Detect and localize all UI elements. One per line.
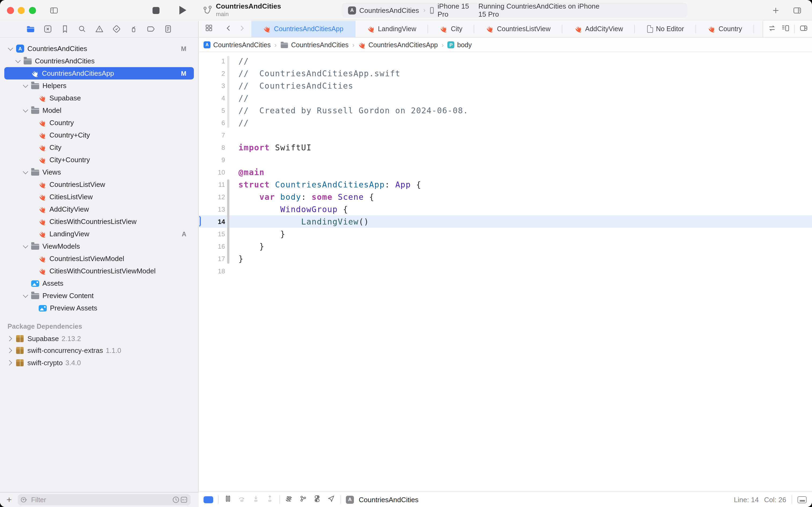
line-number[interactable]: 1	[199, 57, 225, 65]
pause-execution-icon[interactable]	[223, 494, 233, 505]
disclosure-chevron-icon[interactable]	[23, 243, 28, 248]
file-row-model[interactable]: Model	[0, 104, 198, 117]
disclosure-chevron-icon[interactable]	[23, 82, 28, 88]
editor-layout-button[interactable]	[792, 5, 802, 15]
file-row-country[interactable]: Country	[0, 117, 198, 129]
source-control-navigator-icon[interactable]	[43, 24, 53, 34]
find-navigator-icon[interactable]	[77, 24, 87, 34]
console-toggle-icon[interactable]	[204, 496, 213, 503]
file-row-countriesandcities[interactable]: CountriesAndCities	[0, 55, 198, 67]
code-line-8[interactable]: 8import SwiftUI	[199, 141, 812, 154]
go-back-icon[interactable]	[225, 24, 233, 34]
filter-scope-icon[interactable]	[180, 496, 188, 504]
line-number[interactable]: 15	[199, 230, 225, 238]
bottom-bar-icon[interactable]	[798, 496, 807, 503]
line-number[interactable]: 2	[199, 69, 225, 77]
tab-countrieslistview[interactable]: CountriesListView	[474, 21, 562, 37]
file-row-country-city[interactable]: Country+City	[0, 129, 198, 141]
package-row-swift-concurrency-extras[interactable]: swift-concurrency-extras1.1.0	[0, 344, 198, 357]
step-over-icon[interactable]	[237, 494, 246, 505]
disclosure-chevron-icon[interactable]	[7, 360, 12, 365]
file-row-landingview[interactable]: LandingViewA	[0, 228, 198, 240]
code-line-18[interactable]: 18	[199, 265, 812, 277]
code-line-9[interactable]: 9	[199, 154, 812, 166]
file-row-citieswithcountrieslistviewmodel[interactable]: CitiesWithCountriesListViewModel	[0, 265, 198, 277]
tab-addcityview[interactable]: AddCityView	[563, 21, 635, 37]
step-into-icon[interactable]	[251, 494, 260, 505]
disclosure-chevron-icon[interactable]	[23, 292, 28, 297]
debug-navigator-icon[interactable]	[128, 24, 138, 34]
line-number[interactable]: 3	[199, 82, 225, 90]
file-row-preview-assets[interactable]: Preview Assets	[0, 302, 198, 314]
step-out-icon[interactable]	[265, 494, 275, 505]
code-line-13[interactable]: 13 WindowGroup {	[199, 203, 812, 215]
library-add-button[interactable]	[770, 5, 781, 15]
line-number[interactable]: 5	[199, 107, 225, 114]
code-line-5[interactable]: 5// Created by Russell Gordon on 2024-06…	[199, 104, 812, 117]
code-line-4[interactable]: 4//	[199, 92, 812, 104]
tab-landingview[interactable]: LandingView	[355, 21, 428, 37]
memory-graph-icon[interactable]	[299, 494, 308, 505]
line-number[interactable]: 6	[199, 119, 225, 126]
code-line-7[interactable]: 7	[199, 129, 812, 141]
disclosure-chevron-icon[interactable]	[23, 169, 28, 174]
breakpoints-navigator-icon[interactable]	[146, 24, 156, 34]
issues-navigator-icon[interactable]	[94, 24, 104, 34]
project-navigator-icon[interactable]	[25, 24, 36, 34]
running-app-name[interactable]: CountriesAndCities	[359, 496, 419, 504]
disclosure-chevron-icon[interactable]	[23, 107, 28, 112]
editor-options-icon[interactable]	[780, 23, 790, 35]
code-line-1[interactable]: 1//	[199, 55, 812, 67]
jumpbar-item[interactable]: CountriesAndCities	[291, 41, 349, 49]
code-line-12[interactable]: 12 var body: some Scene {	[199, 191, 812, 203]
bookmarks-navigator-icon[interactable]	[60, 24, 70, 34]
file-row-addcityview[interactable]: AddCityView	[0, 203, 198, 215]
line-number[interactable]: 9	[199, 156, 225, 164]
file-row-city[interactable]: City	[0, 141, 198, 154]
run-destination[interactable]: iPhone 15 Pro	[438, 2, 475, 18]
scheme-and-status-pill[interactable]: A CountriesAndCities › iPhone 15 Pro Run…	[342, 3, 687, 18]
jumpbar-item[interactable]: CountriesAndCitiesApp	[368, 41, 438, 49]
file-row-viewmodels[interactable]: ViewModels	[0, 240, 198, 252]
stop-button[interactable]	[153, 7, 160, 14]
tab-city[interactable]: City	[428, 21, 474, 37]
file-row-supabase[interactable]: Supabase	[0, 92, 198, 104]
run-button[interactable]	[179, 6, 186, 14]
file-row-preview-content[interactable]: Preview Content	[0, 289, 198, 302]
line-number[interactable]: 16	[199, 242, 225, 250]
line-number[interactable]: 17	[199, 255, 225, 262]
simulate-location-icon[interactable]	[327, 494, 336, 505]
line-number[interactable]: 8	[199, 144, 225, 151]
environment-overrides-icon[interactable]	[312, 494, 322, 505]
toggle-navigator-icon[interactable]	[48, 5, 59, 15]
reports-navigator-icon[interactable]	[163, 24, 173, 34]
code-line-3[interactable]: 3// CountriesAndCities	[199, 79, 812, 92]
line-number[interactable]: 7	[199, 131, 225, 139]
disclosure-chevron-icon[interactable]	[15, 57, 21, 63]
file-row-views[interactable]: Views	[0, 166, 198, 178]
disclosure-chevron-icon[interactable]	[7, 348, 12, 353]
code-line-11[interactable]: 11struct CountriesAndCitiesApp: App {	[199, 178, 812, 191]
disclosure-chevron-icon[interactable]	[7, 336, 12, 341]
swap-editor-icon[interactable]	[767, 23, 776, 35]
add-file-button[interactable]: +	[4, 495, 14, 505]
code-line-10[interactable]: 10@main	[199, 166, 812, 178]
go-forward-icon[interactable]	[238, 24, 246, 34]
code-line-17[interactable]: 17}	[199, 252, 812, 265]
file-row-countrieslistview[interactable]: CountriesListView	[0, 178, 198, 191]
file-row-helpers[interactable]: Helpers	[0, 79, 198, 92]
file-row-countrieslistviewmodel[interactable]: CountriesListViewModel	[0, 252, 198, 265]
file-row-city-country[interactable]: City+Country	[0, 154, 198, 166]
line-number[interactable]: 11	[199, 181, 225, 188]
code-line-2[interactable]: 2// CountriesAndCitiesApp.swift	[199, 67, 812, 79]
related-items-icon[interactable]	[205, 23, 213, 35]
code-line-15[interactable]: 15 }	[199, 228, 812, 240]
file-row-citieswithcountrieslistview[interactable]: CitiesWithCountriesListView	[0, 215, 198, 228]
tab-countriesandcitiesapp[interactable]: CountriesAndCitiesApp	[251, 21, 355, 37]
close-window-button[interactable]	[7, 7, 14, 14]
disclosure-chevron-icon[interactable]	[8, 45, 13, 51]
minimize-window-button[interactable]	[18, 7, 24, 14]
zoom-window-button[interactable]	[29, 7, 36, 14]
scheme-name[interactable]: CountriesAndCities	[359, 6, 419, 14]
file-row-assets[interactable]: Assets	[0, 277, 198, 289]
